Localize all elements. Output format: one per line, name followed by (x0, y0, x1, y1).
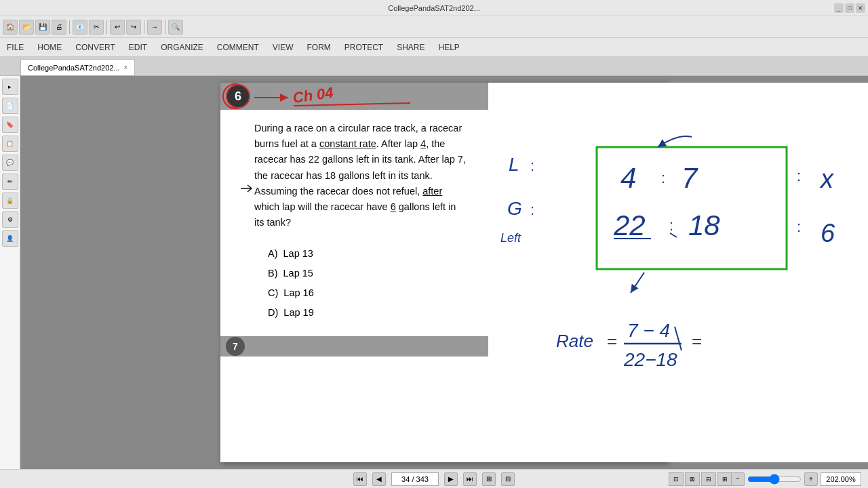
svg-text::: : (669, 217, 673, 234)
svg-text::: : (530, 201, 534, 218)
cut-icon[interactable]: ✂ (89, 20, 104, 35)
sep4 (165, 20, 165, 34)
tabbar: CollegePandaSAT2nd202... × (0, 57, 868, 76)
svg-line-2 (294, 103, 410, 106)
undo-icon[interactable]: ↩ (110, 20, 125, 35)
svg-text:Rate: Rate (556, 331, 593, 351)
menu-form[interactable]: FORM (300, 38, 337, 57)
view-buttons: ⊡ ⊠ ⊟ ⊞ (669, 472, 732, 486)
sep1 (69, 20, 70, 34)
prev-page-btn[interactable]: ◀ (372, 472, 386, 486)
doc-content: 6 Ch 04 (20, 76, 868, 469)
tab-label: CollegePandaSAT2nd202... (28, 64, 120, 72)
next-page-btn[interactable]: ▶ (444, 472, 458, 486)
sidebar-layers-btn[interactable]: 📋 (2, 136, 18, 152)
minimize-btn[interactable]: _ (834, 3, 844, 13)
window-controls: _ □ ✕ (834, 3, 865, 13)
single-page-btn[interactable]: ⊟ (501, 472, 515, 486)
svg-line-24 (675, 327, 682, 350)
menu-home[interactable]: HOME (31, 38, 68, 57)
svg-text::: : (661, 169, 665, 186)
page-input[interactable] (391, 472, 439, 486)
svg-text:7 − 4: 7 − 4 (627, 320, 670, 341)
first-page-btn[interactable]: ⏮ (353, 472, 367, 486)
svg-text:6: 6 (821, 219, 835, 247)
menu-organize[interactable]: ORGANIZE (154, 38, 210, 57)
menu-edit[interactable]: EDIT (122, 38, 154, 57)
forward-icon[interactable]: → (147, 20, 162, 35)
split-btn[interactable]: ⊟ (701, 472, 716, 486)
svg-text:=: = (607, 331, 617, 351)
fit-page-btn[interactable]: ⊠ (685, 472, 700, 486)
sidebar-user-btn[interactable]: 👤 (2, 230, 18, 247)
svg-text::: : (797, 167, 801, 184)
new-icon[interactable]: 🏠 (3, 20, 18, 35)
svg-text:22: 22 (613, 209, 646, 241)
menu-view[interactable]: VIEW (266, 38, 300, 57)
doc-area: 6 Ch 04 (20, 76, 868, 469)
last-page-btn[interactable]: ⏭ (463, 472, 477, 486)
menu-protect[interactable]: PROTECT (338, 38, 390, 57)
titlebar: CollegePandaSAT2nd202... _ □ ✕ (0, 0, 868, 16)
svg-text::: : (530, 157, 534, 174)
svg-text:4: 4 (620, 162, 636, 194)
sidebar-annotate-btn[interactable]: ✏ (2, 174, 18, 190)
zoom-in-btn[interactable]: + (804, 472, 818, 486)
zoom-controls: − + 202.00% (731, 472, 861, 486)
menubar: FILE HOME CONVERT EDIT ORGANIZE COMMENT … (0, 38, 868, 57)
sidebar-security-btn[interactable]: 🔒 (2, 192, 18, 209)
compare-btn[interactable]: ⊞ (717, 472, 732, 486)
zoom-out-btn[interactable]: − (731, 472, 745, 486)
menu-help[interactable]: HELP (432, 38, 467, 57)
dual-page-btn[interactable]: ⊞ (482, 472, 496, 486)
svg-text:Left: Left (500, 231, 521, 245)
menu-file[interactable]: FILE (0, 38, 31, 57)
menu-share[interactable]: SHARE (390, 38, 431, 57)
title-text: CollegePandaSAT2nd202... (388, 4, 480, 12)
annotation-svg: L : G : Left 4 : 7 22 : 18 (488, 83, 868, 462)
zoom-slider[interactable] (747, 474, 802, 485)
print-icon[interactable]: 🖨 (52, 20, 66, 35)
redo-icon[interactable]: ↪ (126, 20, 141, 35)
fit-width-btn[interactable]: ⊡ (669, 472, 684, 486)
sep3 (144, 20, 144, 34)
sidebar-comment-btn[interactable]: 💬 (2, 155, 18, 171)
sep2 (106, 20, 107, 34)
sidebar-page-btn[interactable]: 📄 (2, 98, 18, 114)
main-layout: ▸ 📄 🔖 📋 💬 ✏ 🔒 ⚙ 👤 6 (0, 76, 868, 469)
left-sidebar: ▸ 📄 🔖 📋 💬 ✏ 🔒 ⚙ 👤 (0, 76, 20, 469)
bottombar: ⏮ ◀ ▶ ⏭ ⊞ ⊟ ⊡ ⊠ ⊟ ⊞ − + 202.00% (0, 469, 868, 488)
save-icon[interactable]: 💾 (35, 20, 50, 35)
sidebar-settings-btn[interactable]: ⚙ (2, 211, 18, 228)
problem-number: 6 (226, 84, 250, 108)
svg-text:x: x (819, 165, 835, 193)
svg-text:7: 7 (682, 162, 698, 194)
svg-text:L: L (509, 154, 519, 175)
svg-text:=: = (692, 331, 702, 351)
svg-text::: : (797, 218, 801, 235)
right-annotation: L : G : Left 4 : 7 22 : 18 (488, 83, 868, 462)
svg-text:22−18: 22−18 (623, 349, 677, 370)
sidebar-bookmark-btn[interactable]: 🔖 (2, 117, 18, 133)
zoom-icon[interactable]: 🔍 (168, 20, 183, 35)
tab-close-btn[interactable]: × (124, 64, 128, 71)
svg-text:Ch 04: Ch 04 (292, 84, 334, 106)
svg-text:G: G (507, 198, 522, 219)
next-problem-number: 7 (226, 337, 245, 356)
toolbar: 🏠 📂 💾 🖨 📧 ✂ ↩ ↪ → 🔍 (0, 16, 868, 38)
arrow-annotation (239, 183, 253, 194)
zoom-display: 202.00% (821, 472, 861, 486)
menu-convert[interactable]: CONVERT (68, 38, 121, 57)
menu-comment[interactable]: COMMENT (210, 38, 266, 57)
maximize-btn[interactable]: □ (845, 3, 854, 13)
sidebar-expand-btn[interactable]: ▸ (2, 79, 18, 95)
doc-tab[interactable]: CollegePandaSAT2nd202... × (20, 59, 135, 75)
svg-text:18: 18 (688, 209, 720, 241)
open-icon[interactable]: 📂 (19, 20, 34, 35)
close-btn[interactable]: ✕ (856, 3, 865, 13)
email-icon[interactable]: 📧 (73, 20, 87, 35)
